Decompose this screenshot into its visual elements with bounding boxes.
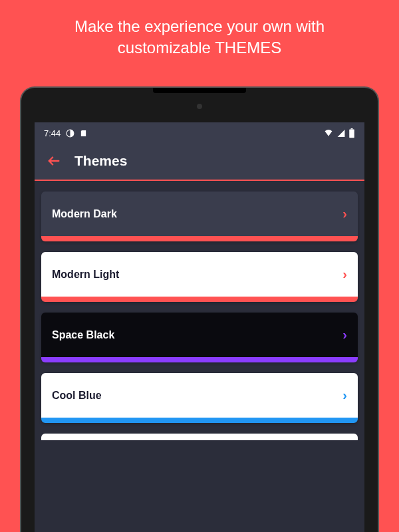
tablet-notch bbox=[153, 88, 246, 93]
chevron-right-icon: › bbox=[342, 388, 347, 403]
tablet-device-frame: 7:44 bbox=[20, 86, 379, 532]
status-bar: 7:44 bbox=[35, 122, 364, 144]
chevron-right-icon: › bbox=[342, 327, 347, 342]
svg-rect-2 bbox=[351, 128, 353, 130]
sd-card-icon bbox=[80, 129, 87, 138]
status-bar-left: 7:44 bbox=[44, 128, 87, 138]
theme-option-partial[interactable] bbox=[41, 434, 358, 440]
theme-card-body: Space Black › bbox=[41, 313, 358, 357]
status-bar-right bbox=[323, 128, 355, 138]
theme-option-cool-blue[interactable]: Cool Blue › bbox=[41, 373, 358, 423]
theme-accent-bar bbox=[41, 357, 358, 362]
theme-card-body: Modern Light › bbox=[41, 252, 358, 297]
theme-name-label: Cool Blue bbox=[52, 390, 102, 402]
theme-card-body: Cool Blue › bbox=[41, 373, 358, 418]
app-header: Themes bbox=[35, 144, 364, 180]
contrast-icon bbox=[66, 129, 74, 138]
back-button[interactable] bbox=[47, 154, 61, 168]
tablet-camera bbox=[197, 104, 202, 109]
chevron-right-icon: › bbox=[342, 267, 347, 282]
promo-line-1: Make the experience your own with bbox=[74, 17, 325, 35]
promo-line-2: customizable THEMES bbox=[118, 39, 281, 57]
promo-headline: Make the experience your own with custom… bbox=[0, 0, 399, 78]
theme-option-modern-dark[interactable]: Modern Dark › bbox=[41, 192, 358, 241]
theme-accent-bar bbox=[41, 236, 358, 241]
theme-name-label: Space Black bbox=[52, 329, 114, 341]
theme-option-modern-light[interactable]: Modern Light › bbox=[41, 252, 358, 302]
status-time: 7:44 bbox=[44, 128, 61, 138]
svg-rect-1 bbox=[349, 129, 354, 138]
page-title: Themes bbox=[74, 153, 127, 169]
wifi-icon bbox=[323, 129, 334, 138]
arrow-left-icon bbox=[47, 154, 61, 168]
app-screen: 7:44 bbox=[35, 122, 364, 532]
theme-name-label: Modern Light bbox=[52, 269, 119, 281]
theme-list: Modern Dark › Modern Light › Space Black… bbox=[35, 181, 364, 451]
theme-card-body: Modern Dark › bbox=[41, 192, 358, 236]
theme-accent-bar bbox=[41, 297, 358, 302]
battery-icon bbox=[348, 128, 355, 138]
chevron-right-icon: › bbox=[342, 206, 347, 221]
theme-option-space-black[interactable]: Space Black › bbox=[41, 313, 358, 362]
cellular-signal-icon bbox=[336, 129, 346, 138]
theme-accent-bar bbox=[41, 418, 358, 423]
theme-name-label: Modern Dark bbox=[52, 208, 117, 220]
